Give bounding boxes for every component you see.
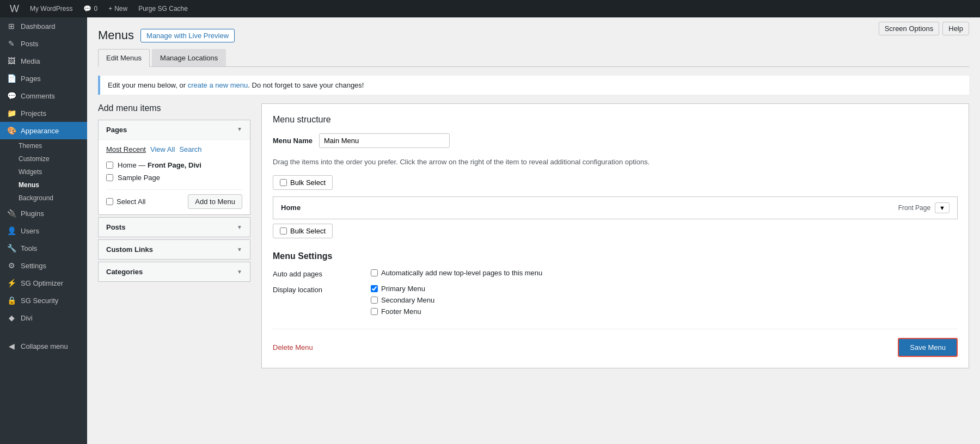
purge-cache-label: Purge SG Cache [138,5,188,13]
select-all-label[interactable]: Select All [106,198,145,206]
primary-menu-label[interactable]: Primary Menu [371,285,434,293]
sidebar-item-appearance[interactable]: 🎨 Appearance [0,122,87,139]
purge-cache-item[interactable]: Purge SG Cache [133,0,193,17]
help-button[interactable]: Help [942,22,969,35]
create-menu-link[interactable]: create a new menu [188,81,248,89]
select-all-checkbox[interactable] [106,198,113,205]
accordion-categories-header[interactable]: Categories ▼ [99,262,250,281]
sidebar-item-dashboard[interactable]: ⊞ Dashboard [0,17,87,35]
list-item: Sample Page [106,171,242,184]
admin-bar: W My WordPress 💬 0 + New Purge SG Cache … [0,0,980,17]
primary-menu-checkbox[interactable] [371,285,378,292]
accordion-custom-links-header[interactable]: Custom Links ▼ [99,240,250,259]
sidebar-item-comments[interactable]: 💬 Comments [0,87,87,104]
notice-text-after: . Do not forget to save your changes! [248,81,364,89]
bulk-select-top-checkbox[interactable] [280,179,287,186]
footer-menu-label[interactable]: Footer Menu [371,307,434,316]
add-to-menu-button[interactable]: Add to Menu [188,194,242,209]
wp-logo-item[interactable]: W [4,0,24,17]
accordion-custom-links: Custom Links ▼ [98,239,250,260]
plus-icon: + [108,5,112,13]
secondary-menu-label[interactable]: Secondary Menu [371,296,434,304]
save-menu-button[interactable]: Save Menu [898,338,958,357]
sidebar-item-posts[interactable]: ✎ Posts [0,35,87,52]
bulk-select-bottom-button[interactable]: Bulk Select [273,224,333,238]
accordion-custom-links-chevron: ▼ [237,246,242,252]
sidebar-item-media[interactable]: 🖼 Media [0,52,87,70]
tab-manage-locations[interactable]: Manage Locations [152,49,226,66]
comments-item[interactable]: 💬 0 [78,0,103,17]
comments-count: 0 [94,5,97,13]
accordion-posts-chevron: ▼ [237,224,242,230]
submenu-background[interactable]: Background [0,192,87,205]
submenu-customize[interactable]: Customize [0,152,87,165]
sidebar-label-appearance: Appearance [21,127,59,135]
wp-logo-icon: W [10,3,19,15]
filter-view-all[interactable]: View All [150,145,175,153]
auto-add-pages-checkbox-label[interactable]: Automatically add new top-level pages to… [371,269,542,277]
filter-search[interactable]: Search [179,145,201,153]
page-checkbox-sample[interactable] [106,174,113,181]
menu-bottom-bar: Delete Menu Save Menu [273,329,958,357]
sidebar-item-tools[interactable]: 🔧 Tools [0,239,87,257]
sg-optimizer-icon: ⚡ [7,279,16,287]
menu-item-home-expand[interactable]: ▼ [935,202,950,213]
sidebar-item-settings[interactable]: ⚙ Settings [0,257,87,274]
sidebar-item-sg-optimizer[interactable]: ⚡ SG Optimizer [0,274,87,292]
tools-icon: 🔧 [7,244,16,252]
sidebar-label-plugins: Plugins [21,209,44,218]
menu-name-row: Menu Name [273,133,958,148]
info-notice: Edit your menu below, or create a new me… [98,76,969,95]
sidebar-label-users: Users [21,227,39,235]
new-label: New [114,5,127,13]
main-content: Menus Manage with Live Preview Edit Menu… [87,17,980,379]
sidebar-item-divi[interactable]: ◆ Divi [0,309,87,326]
page-checkbox-home[interactable] [106,162,113,169]
screen-options-button[interactable]: Screen Options [879,22,940,35]
accordion-pages-chevron: ▲ [237,127,242,133]
posts-icon: ✎ [7,39,16,48]
delete-menu-link[interactable]: Delete Menu [273,343,313,351]
sidebar-item-projects[interactable]: 📁 Projects [0,104,87,122]
select-all-row: Select All Add to Menu [106,189,242,209]
sidebar-item-plugins[interactable]: 🔌 Plugins [0,205,87,222]
appearance-icon: 🎨 [7,126,16,135]
primary-menu-text: Primary Menu [381,285,425,293]
bulk-select-bottom-checkbox[interactable] [280,227,287,235]
accordion-pages-content: Most Recent View All Search Home — Front… [99,139,250,214]
footer-menu-text: Footer Menu [381,307,421,316]
site-name-item[interactable]: My WordPress [24,0,78,17]
sidebar-item-sg-security[interactable]: 🔒 SG Security [0,292,87,309]
secondary-menu-checkbox[interactable] [371,297,378,304]
accordion-posts-header[interactable]: Posts ▼ [99,218,250,237]
submenu-widgets[interactable]: Widgets [0,165,87,178]
collapse-icon: ◀ [7,342,16,350]
users-icon: 👤 [7,226,16,235]
menu-name-input[interactable] [319,133,450,148]
sidebar-label-posts: Posts [21,40,39,48]
secondary-menu-text: Secondary Menu [381,296,434,304]
filter-most-recent[interactable]: Most Recent [106,145,146,153]
sidebar-item-pages[interactable]: 📄 Pages [0,70,87,87]
menu-structure-panel: Menu structure Menu Name Drag the items … [261,103,969,368]
menu-settings: Menu Settings Auto add pages Automatical… [273,251,958,316]
new-item[interactable]: + New [103,0,133,17]
drag-instructions: Drag the items into the order you prefer… [273,157,958,168]
settings-icon: ⚙ [7,261,16,270]
accordion-categories: Categories ▼ [98,262,250,282]
sg-security-icon: 🔒 [7,296,16,305]
auto-add-pages-checkbox[interactable] [371,269,378,276]
accordion-pages-header[interactable]: Pages ▲ [99,120,250,139]
bulk-select-bottom-label: Bulk Select [290,227,326,235]
tab-bar: Edit Menus Manage Locations [98,49,969,67]
bulk-select-top-button[interactable]: Bulk Select [273,175,333,190]
menu-item-home-name: Home [281,203,301,212]
submenu-themes[interactable]: Themes [0,139,87,152]
comment-icon: 💬 [83,5,91,13]
live-preview-button[interactable]: Manage with Live Preview [140,29,235,42]
submenu-menus[interactable]: Menus [0,178,87,192]
tab-edit-menus[interactable]: Edit Menus [98,49,150,67]
sidebar-item-collapse[interactable]: ◀ Collapse menu [0,337,87,355]
sidebar-item-users[interactable]: 👤 Users [0,222,87,239]
footer-menu-checkbox[interactable] [371,308,378,315]
